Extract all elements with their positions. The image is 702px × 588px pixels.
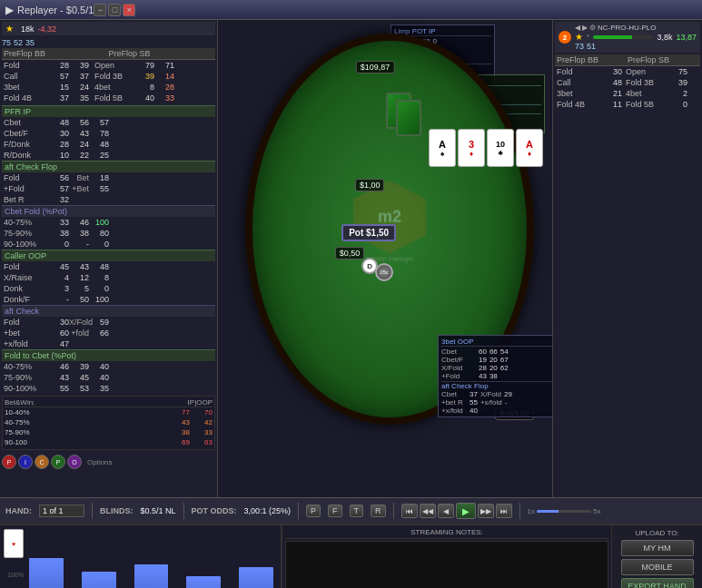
toop-fold-row: +Fold 43 38 xyxy=(441,372,552,380)
aft-bet2: +bet60+fold66 xyxy=(2,328,215,338)
card-a-spades: A ♠ xyxy=(429,129,456,167)
pfr-ip-section: PFR IP xyxy=(2,105,215,117)
right-stats-panel: 2 ◀ ▶ ⚙ NC-PRO-HU-PLO ★ * 3,8k 13,87 73 xyxy=(552,20,702,497)
playback-controls: ⏮ ◀◀ ◀ ▶ ▶▶ ⏭ xyxy=(401,503,512,519)
fold-cbet-75: 75-90%434540 xyxy=(2,372,215,383)
acf-cbet-row: Cbet 37 X/Fold 29 xyxy=(441,390,552,398)
aft-check-section: aft Check Flop xyxy=(2,161,215,172)
star-icon: ★ xyxy=(5,24,14,34)
mobile-button[interactable]: MOBILE xyxy=(621,559,694,575)
player2-nav-prev[interactable]: ◀ xyxy=(575,24,580,32)
betwin-90-100: 90-100 69 63 xyxy=(5,437,213,447)
r-button[interactable]: R xyxy=(371,505,386,517)
cbet-fold-section: Cbet Fold (%Pot) xyxy=(2,205,215,217)
caller-donkf: Donk/F-50100 xyxy=(2,294,215,305)
caller-xraise: X/Raise4128 xyxy=(2,272,215,283)
t-button[interactable]: T xyxy=(350,505,364,517)
export-hand-button[interactable]: EXPORT HAND xyxy=(621,578,694,588)
aft-fold: Fold56Bet18 xyxy=(2,172,215,183)
step-back-button[interactable]: ◀◀ xyxy=(420,504,436,518)
toop-xfold-row: X/Fold 28 20 62 xyxy=(441,364,552,372)
right-fold: Fold30Open75 xyxy=(555,66,700,77)
pot-odds-value: 3,00:1 (25%) xyxy=(244,506,292,515)
bottom-toolbar: HAND: BLINDS: $0.5/1 NL POT ODDS: 3,00:1… xyxy=(0,497,702,524)
title-bar: ▶ Replayer - $0.5/1 − □ × xyxy=(0,0,702,20)
aft-fold2: Fold30X/Fold59 xyxy=(2,317,215,328)
chip-25c: 25c xyxy=(375,263,393,281)
blinds-value: $0.5/1 NL xyxy=(141,506,176,515)
bar-4 xyxy=(186,576,221,588)
player-icons-row: P I C P O Options xyxy=(2,453,215,471)
skip-forward-button[interactable]: ⏭ xyxy=(496,504,512,518)
right-call: Call48Fold 3B39 xyxy=(555,77,700,88)
player2-info: ◀ ▶ ⚙ NC-PRO-HU-PLO ★ * 3,8k 13,87 73 51 xyxy=(575,24,697,51)
player1-chip: 18k xyxy=(21,24,35,34)
player-icon-4: O xyxy=(67,455,82,469)
streaming-notes-input[interactable] xyxy=(285,541,608,588)
betwin-section: Bet&Win: IP|OOP 10-40% 77 70 40-75% 43 4… xyxy=(2,396,215,450)
betwin-40-75: 40-75% 43 42 xyxy=(5,417,213,427)
player2-progress xyxy=(593,35,653,39)
player2-bar: 2 ◀ ▶ ⚙ NC-PRO-HU-PLO ★ * 3,8k 13,87 73 xyxy=(555,22,700,53)
f-button[interactable]: F xyxy=(328,505,342,517)
card-10-clubs: 10 ♣ xyxy=(487,129,514,167)
community-cards: A ♠ 3 ♦ 10 ♣ A ♦ xyxy=(429,129,543,167)
stack-top-label: $109,87 xyxy=(356,61,395,74)
next-button[interactable]: ▶▶ xyxy=(478,504,494,518)
poker-table-area: Limp POT IP Fold 57 50 0 Bet 36 80 60 Li… xyxy=(218,20,552,497)
options-label[interactable]: Options xyxy=(87,458,113,466)
sep5 xyxy=(519,503,520,519)
stats-row-call: Call 5737 Fold 3B 3914 xyxy=(2,71,215,82)
aft-plus-fold: +Fold57+Bet55 xyxy=(2,183,215,194)
chart-bars xyxy=(29,554,273,588)
fold-cbet-90: 90-100%555335 xyxy=(2,383,215,394)
prev-button[interactable]: ◀ xyxy=(438,504,454,518)
speed-control: 1x 5x xyxy=(528,507,601,515)
player1-diff: -4,32 xyxy=(38,24,57,34)
player-icon-1: I xyxy=(18,455,33,469)
close-button[interactable]: × xyxy=(123,4,135,16)
player-icon-0: P xyxy=(2,455,16,469)
player1-bar: ★ 18k -4,32 xyxy=(2,22,215,35)
bar-2 xyxy=(82,572,116,588)
sep4 xyxy=(393,503,394,519)
blind-label: $0,50 xyxy=(335,247,365,260)
player2-config[interactable]: ⚙ xyxy=(589,24,596,32)
left-stats-panel: ★ 18k -4,32 75 52 35 PreFlop BB PreFlop … xyxy=(0,20,218,497)
bet-label: $1,00 xyxy=(355,179,385,191)
bar-5 xyxy=(239,567,273,588)
player2-nav-next[interactable]: ▶ xyxy=(582,24,588,32)
right-preflop-header: PreFlop BB PreFlop SB xyxy=(555,54,700,66)
right-preflop-stats: PreFlop BB PreFlop SB Fold30Open75 Call4… xyxy=(555,54,700,110)
speed-min-label: 1x xyxy=(528,507,535,515)
player2-title: NC-PRO-HU-PLO xyxy=(598,24,656,32)
maximize-button[interactable]: □ xyxy=(108,4,121,16)
speed-slider[interactable] xyxy=(537,510,591,513)
bottom-area: ♥ 100% 50% 0% 1 2 3 4 5 xyxy=(0,524,702,588)
threebet-oop-label: 3bet OOP xyxy=(441,338,552,347)
upload-to-label: UPLOAD TO: xyxy=(635,529,678,537)
bar-1 xyxy=(29,558,64,588)
p-button[interactable]: P xyxy=(306,505,321,517)
streaming-notes-area: STREAMING NOTES: xyxy=(282,525,611,588)
sep2 xyxy=(183,503,184,519)
stats-row-fold: Fold 2839 Open 7971 xyxy=(2,60,215,71)
fold-cbet-40: 40-75%463940 xyxy=(2,361,215,372)
toop-cbet-row: Cbet 60 66 54 xyxy=(441,348,552,356)
betwin-10-40: 10-40% 77 70 xyxy=(5,407,213,417)
right-3bet: 3bet214bet2 xyxy=(555,88,700,99)
skip-back-button[interactable]: ⏮ xyxy=(401,504,418,518)
hand-input[interactable] xyxy=(39,505,84,517)
my-hm-button[interactable]: MY HM xyxy=(621,540,694,556)
minimize-button[interactable]: − xyxy=(94,4,106,16)
hand-card-1: ♥ xyxy=(4,529,24,558)
blinds-label: BLINDS: xyxy=(100,506,133,515)
pot-odds-label: POT ODDS: xyxy=(192,506,237,515)
player2-num: 2 xyxy=(559,31,571,44)
play-button[interactable]: ▶ xyxy=(456,503,476,519)
mini-chart: 100% 50% 0% 1 2 3 4 5 xyxy=(4,561,277,588)
cbet-fold-75: 75-90%383880 xyxy=(2,228,215,239)
card-back-2 xyxy=(396,100,421,136)
betwin-75-90: 75-90% 38 33 xyxy=(5,427,213,437)
caller-fold: Fold454348 xyxy=(2,261,215,272)
